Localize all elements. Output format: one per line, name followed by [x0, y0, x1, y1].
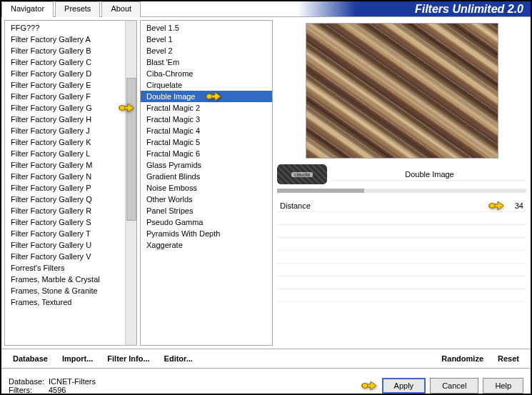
import-button[interactable]: Import...: [56, 352, 99, 365]
category-item[interactable]: Forrest's Filters: [5, 262, 136, 274]
filter-list: Bevel 1.5Bevel 1Bevel 2Blast 'EmCiba-Chr…: [140, 20, 273, 346]
filter-item[interactable]: Fractal Magic 6: [141, 148, 272, 159]
filter-info-button[interactable]: Filter Info...: [101, 352, 155, 365]
pointer-hand-icon: [205, 89, 222, 104]
category-list: FFG???Filter Factory Gallery AFilter Fac…: [4, 20, 137, 346]
param-value: 34: [502, 201, 523, 210]
category-item[interactable]: Filter Factory Gallery F: [5, 91, 136, 102]
tab-navigator[interactable]: Navigator: [1, 1, 54, 17]
category-item[interactable]: Filter Factory Gallery K: [5, 136, 136, 148]
footer-info: Database:ICNET-Filters Filters:4596: [9, 377, 356, 394]
app-title: Filters Unlimited 2.0: [142, 1, 531, 16]
filter-item[interactable]: Bevel 1.5: [141, 22, 272, 34]
filter-item[interactable]: Pyramids With Depth: [141, 228, 272, 239]
category-item[interactable]: Frames, Textured: [5, 296, 136, 308]
pointer-hand-icon: [118, 101, 135, 115]
editor-button[interactable]: Editor...: [159, 352, 199, 365]
filter-item[interactable]: Fractal Magic 5: [141, 136, 272, 148]
category-item[interactable]: Filter Factory Gallery G: [5, 102, 136, 114]
help-button[interactable]: Help: [483, 378, 523, 394]
filter-item[interactable]: Bevel 1: [141, 34, 272, 45]
filter-item[interactable]: Gradient Blinds: [141, 171, 272, 182]
category-item[interactable]: Filter Factory Gallery C: [5, 56, 136, 68]
filter-item[interactable]: Fractal Magic 4: [141, 125, 272, 136]
progress-bar: [277, 189, 526, 193]
database-button[interactable]: Database: [7, 352, 54, 365]
filter-item[interactable]: Bevel 2: [141, 45, 272, 56]
tabs: Navigator Presets About: [1, 1, 142, 17]
filter-item[interactable]: Noise Emboss: [141, 182, 272, 194]
category-item[interactable]: Frames, Stone & Granite: [5, 285, 136, 296]
tab-about[interactable]: About: [101, 1, 141, 17]
category-item[interactable]: Filter Factory Gallery J: [5, 125, 136, 136]
category-item[interactable]: Filter Factory Gallery U: [5, 239, 136, 251]
param-label: Distance: [280, 201, 502, 210]
category-item[interactable]: Filter Factory Gallery T: [5, 228, 136, 239]
category-item[interactable]: Filter Factory Gallery Q: [5, 194, 136, 205]
param-row-distance[interactable]: Distance 34: [277, 200, 526, 212]
category-item[interactable]: FFG???: [5, 22, 136, 34]
cancel-button[interactable]: Cancel: [430, 378, 478, 394]
category-item[interactable]: Filter Factory Gallery E: [5, 79, 136, 91]
category-item[interactable]: Filter Factory Gallery N: [5, 171, 136, 182]
category-item[interactable]: Filter Factory Gallery L: [5, 148, 136, 159]
category-item[interactable]: Filter Factory Gallery D: [5, 68, 136, 79]
category-item[interactable]: Filter Factory Gallery B: [5, 45, 136, 56]
category-item[interactable]: Filter Factory Gallery S: [5, 216, 136, 228]
preview-image: [306, 23, 498, 159]
randomize-button[interactable]: Randomize: [436, 352, 489, 365]
filter-item[interactable]: Ciba-Chrome: [141, 68, 272, 79]
category-item[interactable]: Filter Factory Gallery P: [5, 182, 136, 194]
category-item[interactable]: Filter Factory Gallery H: [5, 114, 136, 125]
filter-item[interactable]: Other Worlds: [141, 194, 272, 205]
watermark-logo: claudia: [277, 164, 327, 184]
filter-item[interactable]: Fractal Magic 2: [141, 102, 272, 114]
filter-item[interactable]: Glass Pyramids: [141, 159, 272, 171]
filter-title: Double Image: [333, 169, 526, 181]
category-item[interactable]: Filter Factory Gallery V: [5, 251, 136, 262]
category-item[interactable]: Filter Factory Gallery R: [5, 205, 136, 216]
filter-item[interactable]: Blast 'Em: [141, 56, 272, 68]
pointer-hand-icon: [361, 379, 378, 393]
tab-presets[interactable]: Presets: [55, 1, 100, 17]
filter-item[interactable]: Panel Stripes: [141, 205, 272, 216]
category-item[interactable]: Filter Factory Gallery A: [5, 34, 136, 45]
filter-item[interactable]: Fractal Magic 3: [141, 114, 272, 125]
filter-item[interactable]: Xaggerate: [141, 239, 272, 251]
filter-item[interactable]: Cirquelate: [141, 79, 272, 91]
category-item[interactable]: Filter Factory Gallery M: [5, 159, 136, 171]
filter-item[interactable]: Pseudo Gamma: [141, 216, 272, 228]
filter-item[interactable]: Double Image: [141, 91, 272, 102]
category-item[interactable]: Frames, Marble & Crystal: [5, 274, 136, 285]
reset-button[interactable]: Reset: [492, 352, 525, 365]
apply-button[interactable]: Apply: [382, 378, 426, 394]
